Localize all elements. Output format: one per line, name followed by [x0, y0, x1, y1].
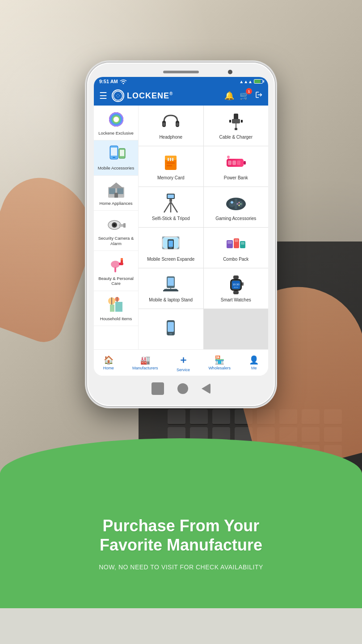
svg-rect-77: [168, 241, 173, 247]
svg-rect-45: [167, 165, 172, 166]
sidebar-item-home-appliances[interactable]: Home Appliances: [94, 176, 138, 211]
svg-rect-53: [232, 161, 236, 165]
battery-fill: [254, 80, 261, 83]
phone-frame: 9:51 AM ▲▲▲ ☰: [87, 63, 275, 406]
category-selfie-stick[interactable]: Selfi-Stick & Tripod: [139, 187, 203, 227]
screen-expander-label: Mobile Screen Expande: [147, 256, 194, 262]
wholesalers-nav-label: Wholesalers: [208, 366, 231, 370]
svg-rect-46: [168, 158, 169, 161]
svg-rect-8: [113, 157, 115, 158]
sidebar-item-security-camera[interactable]: Security Camera & Alarm: [94, 211, 138, 251]
phone-screen: 9:51 AM ▲▲▲ ☰: [94, 77, 268, 376]
sidebar-label-security-camera: Security Camera & Alarm: [97, 236, 135, 246]
svg-rect-47: [170, 158, 171, 161]
cart-icon[interactable]: 🛒 1: [240, 91, 249, 101]
phone-more-icon: [159, 319, 183, 339]
nav-me[interactable]: 👤 Me: [249, 355, 259, 370]
svg-rect-78: [169, 247, 172, 248]
phone-speaker: [163, 71, 199, 73]
back-button[interactable]: [202, 383, 210, 394]
manufacturers-nav-icon: 🏭: [140, 355, 150, 365]
nav-service[interactable]: ＋ Service: [177, 353, 190, 372]
svg-rect-34: [163, 123, 165, 126]
mobile-stand-icon: [159, 274, 183, 294]
category-phone-more[interactable]: [139, 309, 203, 349]
sidebar-item-household[interactable]: Household Items: [94, 291, 138, 326]
sidebar-label-home-appliances: Home Appliances: [100, 201, 133, 206]
category-mobile-stand[interactable]: Mobile & laptop Stand: [139, 268, 203, 309]
svg-line-59: [171, 202, 177, 212]
category-power-bank[interactable]: Power Bank: [204, 146, 269, 186]
combo-pack-icon: [223, 233, 248, 254]
lockene-exclusive-icon: [105, 110, 127, 129]
sidebar-item-mobile-accessories[interactable]: Mobile Accessories: [94, 140, 138, 175]
app-logo: LOCKENE®: [112, 89, 220, 102]
headphone-icon: [159, 111, 183, 131]
sidebar-label-household: Household Items: [100, 316, 132, 321]
category-smart-watches[interactable]: 10:30 MON Smart Watches: [204, 268, 269, 309]
category-headphone[interactable]: Headphone: [139, 106, 203, 146]
svg-text:10:30: 10:30: [232, 283, 240, 286]
green-promo: Purchase From Your Favorite Manufacture …: [0, 474, 362, 608]
sidebar-item-beauty-care[interactable]: Beauty & Personal Care: [94, 251, 138, 291]
memory-card-icon: [159, 152, 183, 172]
app-header: ☰ LOCKENE® 🔔: [94, 86, 268, 106]
svg-rect-20: [123, 223, 126, 228]
status-bar: 9:51 AM ▲▲▲: [94, 77, 268, 86]
nav-manufacturers[interactable]: 🏭 Manufacturers: [132, 355, 158, 370]
svg-rect-105: [168, 322, 174, 332]
power-bank-icon: [223, 152, 248, 172]
smart-watches-icon: 10:30 MON: [223, 274, 248, 294]
svg-rect-7: [111, 148, 117, 156]
home-button[interactable]: [177, 383, 188, 394]
square-button[interactable]: [152, 382, 164, 395]
svg-rect-12: [109, 188, 115, 194]
sidebar-item-lockene-exclusive[interactable]: Lockene Exclusive: [94, 106, 138, 140]
nav-home[interactable]: 🏠 Home: [103, 355, 114, 370]
notification-icon[interactable]: 🔔: [224, 91, 234, 101]
status-right: ▲▲▲: [239, 79, 263, 84]
service-nav-icon: ＋: [178, 353, 188, 367]
headphone-label: Headphone: [159, 134, 182, 140]
screen-expander-icon: [159, 233, 183, 254]
keyboard-key: [168, 409, 185, 425]
svg-point-73: [236, 203, 238, 204]
phone-top-bar: [94, 71, 268, 73]
svg-rect-13: [117, 188, 123, 194]
category-memory-card[interactable]: Memory Card: [139, 146, 203, 186]
svg-rect-96: [233, 275, 239, 279]
svg-rect-44: [167, 162, 175, 164]
sidebar-label-beauty-care: Beauty & Personal Care: [97, 276, 135, 286]
logout-icon[interactable]: [255, 91, 263, 101]
svg-point-21: [111, 261, 120, 268]
wifi-icon: [120, 79, 127, 84]
selfie-stick-label: Selfi-Stick & Tripod: [152, 216, 189, 221]
svg-rect-87: [235, 239, 238, 242]
phone-camera: [228, 70, 232, 74]
mobile-accessories-icon: [105, 145, 127, 164]
svg-line-57: [164, 202, 171, 212]
phone-wrapper: 9:51 AM ▲▲▲ ☰: [87, 63, 275, 406]
category-screen-expander[interactable]: Mobile Screen Expande: [139, 228, 203, 268]
svg-rect-41: [241, 120, 243, 123]
nav-wholesalers[interactable]: 🏪 Wholesalers: [208, 355, 231, 370]
svg-rect-54: [237, 161, 240, 165]
category-gaming[interactable]: Gaming Accessories: [204, 187, 269, 227]
sidebar-label-mobile-accessories: Mobile Accessories: [98, 165, 134, 170]
svg-point-55: [227, 156, 230, 158]
svg-rect-10: [120, 150, 124, 156]
household-icon: [105, 296, 127, 314]
category-combo-pack[interactable]: Combo Pack: [204, 228, 269, 268]
svg-rect-15: [114, 193, 118, 198]
svg-text:MON: MON: [234, 286, 238, 288]
combo-pack-label: Combo Pack: [223, 256, 248, 262]
promo-headline: Purchase From Your Favorite Manufacture: [100, 516, 262, 555]
menu-icon[interactable]: ☰: [99, 90, 107, 101]
svg-point-71: [240, 203, 241, 204]
logo-icon: [112, 89, 124, 102]
svg-rect-90: [168, 278, 174, 286]
svg-rect-39: [235, 128, 237, 130]
service-nav-label: Service: [177, 368, 190, 372]
svg-point-2: [117, 94, 119, 97]
category-cable-charger[interactable]: Cable & Charger: [204, 106, 269, 146]
